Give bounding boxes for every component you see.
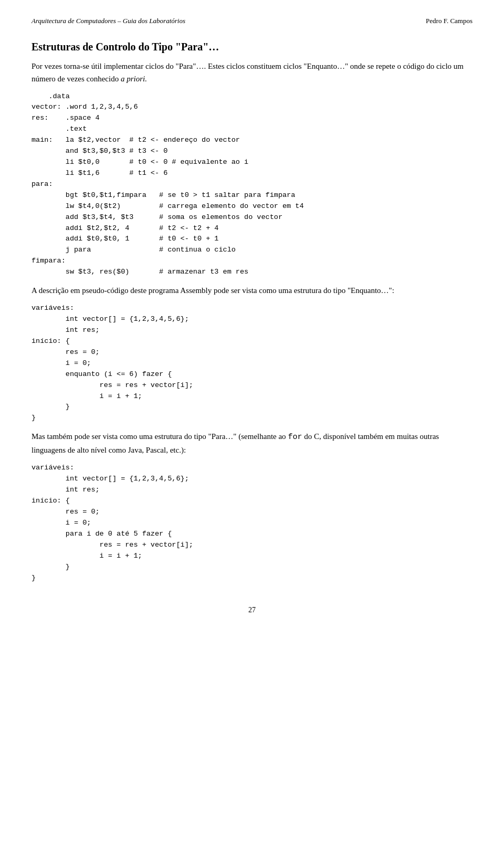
header-left: Arquitectura de Computadores – Guia dos … <box>32 16 185 26</box>
intro-paragraph: Por vezes torna-se útil implementar cicl… <box>32 60 472 85</box>
assembly-code-block: .data vector: .word 1,2,3,4,5,6 res: .sp… <box>32 91 472 278</box>
page-header: Arquitectura de Computadores – Guia dos … <box>32 16 472 26</box>
desc1-text: A descrição em pseudo-código deste progr… <box>32 286 394 295</box>
intro-text-1: Por vezes torna-se útil implementar cicl… <box>32 62 464 83</box>
intro-italic: a priori. <box>121 75 147 83</box>
pseudo-enquanto-block: variáveis: int vector[] = {1,2,3,4,5,6};… <box>32 303 472 424</box>
desc2-paragraph: Mas também pode ser vista como uma estru… <box>32 430 472 456</box>
desc2-text: Mas também pode ser vista como uma estru… <box>32 432 288 441</box>
for-keyword: for <box>288 433 302 442</box>
page-number: 27 <box>32 604 472 615</box>
pseudo-para-block: variáveis: int vector[] = {1,2,3,4,5,6};… <box>32 463 472 583</box>
section-title: Estruturas de Controlo do Tipo "Para"… <box>32 39 472 55</box>
header-right: Pedro F. Campos <box>426 16 472 26</box>
desc1-paragraph: A descrição em pseudo-código deste progr… <box>32 284 472 297</box>
